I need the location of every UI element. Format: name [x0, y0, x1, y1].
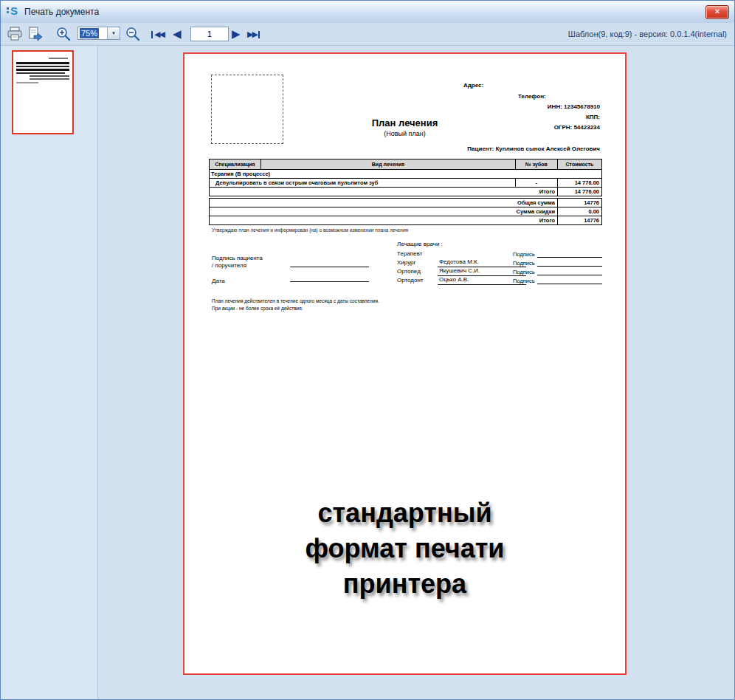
doctor-role: Ортодонт [397, 277, 424, 284]
page-number-input[interactable] [190, 27, 229, 41]
doctors-label: Лечащие врачи : [397, 241, 443, 247]
confirmation-note: Утверждаю план лечения и информирован (н… [212, 227, 408, 233]
discount-value: 0.00 [558, 207, 602, 216]
previous-page-button[interactable]: ◀ [173, 28, 182, 40]
zoom-out-button[interactable] [125, 26, 141, 42]
patient-name: Пациент: Куплинов сынок Алексей Олегович [467, 145, 600, 152]
toolbar: 75% ▼ ◀◀ ◀ ▶ ▶▶ Шаблон(9, код:9) - верси… [1, 23, 734, 46]
previous-page-icon: ◀ [173, 27, 182, 40]
col-header-cost: Стоимость [558, 159, 602, 170]
patient-signature-line [290, 259, 369, 267]
subtotal-value: 14 776.00 [558, 188, 602, 196]
total-label: Общая сумма [210, 199, 558, 207]
zoom-combobox[interactable]: 75% ▼ [77, 27, 120, 40]
signature-line [537, 276, 602, 284]
treatment-table: Специализация Вид лечения № зубов Стоимо… [209, 159, 602, 196]
teeth-cell: - [516, 179, 558, 188]
doctor-signature-row: Ортодонт Оцько А.В. Подпись [397, 277, 602, 286]
total-row: Сумма скидки 0.00 [210, 207, 602, 216]
zoom-in-icon [55, 26, 72, 42]
window-title: Печать документа [24, 7, 99, 17]
grand-total-value: 14776 [558, 216, 602, 225]
zoom-in-button[interactable] [55, 26, 72, 42]
date-label: Дата [212, 278, 225, 284]
last-page-icon: ▶▶ [247, 30, 257, 38]
total-row: Общая сумма 14776 [210, 199, 602, 207]
inn-value: ИНН: 12345678910 [548, 103, 600, 110]
total-row: Итого 14776 [210, 216, 602, 225]
last-page-bar-icon [258, 31, 260, 38]
page-thumbnail[interactable] [12, 50, 74, 134]
template-version-info: Шаблон(9, код:9) - версия: 0.0.1.4(inter… [568, 30, 727, 38]
phone-label: Телефон: [518, 93, 546, 100]
address-label: Адрес: [463, 82, 483, 89]
col-header-treatment: Вид лечения [261, 159, 516, 170]
printer-icon [7, 26, 23, 42]
sign-label: Подпись [513, 251, 535, 258]
last-page-button[interactable]: ▶▶ [247, 28, 261, 40]
doctor-role: Хирург [397, 259, 415, 266]
subtotal-row: Итого 14 776.00 [210, 188, 602, 196]
table-row: Депульпировать в связи острым очаговым п… [210, 179, 602, 188]
footnote-promo: При акции - не более срока её действия. [212, 306, 303, 311]
chevron-down-icon[interactable]: ▼ [107, 27, 120, 39]
next-page-button[interactable]: ▶ [232, 28, 241, 40]
sign-label: Подпись [513, 278, 535, 284]
thumbnail-panel [1, 46, 98, 699]
signature-line [537, 250, 602, 258]
print-preview-window: S Печать документа × [0, 0, 735, 700]
discount-label: Сумма скидки [210, 207, 558, 216]
subtotal-label: Итого [210, 188, 558, 196]
treatment-cell: Депульпировать в связи острым очаговым п… [210, 179, 516, 188]
sign-label: Подпись [513, 269, 535, 275]
first-page-icon: ◀◀ [154, 30, 164, 38]
totals-table: Общая сумма 14776 Сумма скидки 0.00 Итог… [209, 198, 602, 225]
app-logo-icon: S [7, 4, 20, 18]
next-page-icon: ▶ [232, 27, 241, 40]
export-button[interactable] [27, 26, 44, 42]
col-header-specialization: Специализация [210, 159, 261, 170]
export-icon [27, 26, 44, 42]
first-page-button[interactable]: ◀◀ [150, 28, 164, 40]
watermark-line: формат печати [184, 531, 625, 566]
doctor-role: Ортопед [397, 268, 421, 275]
col-header-teeth: № зубов [516, 159, 558, 170]
title-bar: S Печать документа × [1, 1, 734, 24]
document-title: План лечения [184, 117, 625, 128]
first-page-bar-icon [151, 31, 153, 38]
patient-signature-label2: / поручителя [212, 262, 246, 269]
watermark-line: стандартный [184, 495, 625, 531]
close-button[interactable]: × [705, 5, 729, 19]
doctor-role: Терапевт [397, 250, 422, 257]
document-subtitle: (Новый план) [184, 130, 625, 137]
watermark-line: принтера [184, 566, 625, 602]
watermark-text: стандартный формат печати принтера [184, 495, 625, 602]
zoom-out-icon [125, 26, 141, 42]
zoom-value[interactable]: 75% [80, 28, 99, 38]
signature-line [537, 267, 602, 275]
cost-cell: 14 776.00 [558, 179, 602, 188]
table-group-row: Терапия (В процессе) [210, 170, 602, 179]
preview-area: Адрес: Телефон: ИНН: 12345678910 КПП: ОГ… [98, 46, 734, 699]
footnote-validity: План лечения действителен в течение одно… [212, 298, 379, 303]
treatment-table-wrap: Специализация Вид лечения № зубов Стоимо… [209, 159, 601, 225]
grand-total-label: Итого [210, 216, 558, 225]
signature-line [537, 258, 602, 267]
print-button[interactable] [7, 26, 23, 42]
sign-label: Подпись [513, 260, 535, 267]
patient-signature-label: Подпись пациента [212, 255, 263, 261]
date-line [290, 274, 369, 282]
total-value: 14776 [558, 199, 602, 207]
document-page: Адрес: Телефон: ИНН: 12345678910 КПП: ОГ… [183, 52, 627, 675]
